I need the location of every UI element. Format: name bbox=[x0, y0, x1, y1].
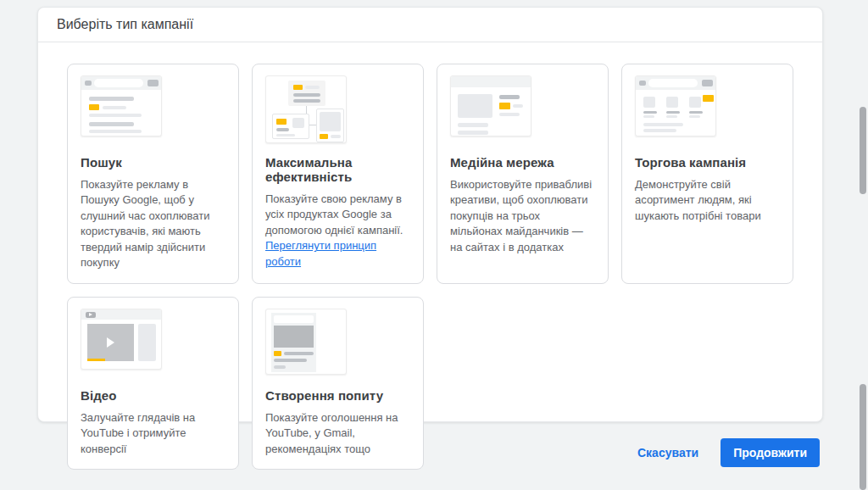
product-listings-mockup-icon bbox=[635, 75, 716, 136]
card-description-display: Використовуйте привабливі креативи, щоб … bbox=[450, 177, 595, 255]
video-player-mockup-icon bbox=[81, 309, 162, 370]
card-title-performance-max: Максимальна ефективність bbox=[265, 155, 410, 184]
card-title-video: Відео bbox=[81, 388, 225, 403]
connected-ads-flow-mockup-icon bbox=[265, 75, 347, 143]
dialog-footer: Скасувати Продовжити bbox=[637, 438, 820, 467]
campaign-card-video[interactable]: Відео Залучайте глядачів на YouTube і от… bbox=[67, 297, 239, 470]
campaign-card-search[interactable]: Пошук Показуйте рекламу в Пошуку Google,… bbox=[67, 64, 239, 284]
card-description-video: Залучайте глядачів на YouTube і отримуйт… bbox=[81, 410, 225, 457]
card-title-shopping: Торгова кампанія bbox=[635, 155, 780, 170]
feed-ad-mockup-icon bbox=[265, 309, 347, 375]
campaign-card-demand-gen[interactable]: Створення попиту Показуйте оголошення на… bbox=[252, 297, 424, 470]
how-it-works-link[interactable]: Переглянути принцип роботи bbox=[265, 239, 376, 267]
card-title-search: Пошук bbox=[81, 155, 225, 170]
campaign-card-performance-max[interactable]: Максимальна ефективність Показуйте свою … bbox=[252, 64, 424, 284]
dialog-title: Виберіть тип кампанії bbox=[38, 8, 822, 42]
campaign-type-dialog: Виберіть тип кампанії Пошук Пок bbox=[37, 7, 823, 422]
cancel-button[interactable]: Скасувати bbox=[637, 446, 698, 459]
play-icon bbox=[89, 313, 92, 316]
website-banner-ad-mockup-icon bbox=[450, 75, 531, 136]
search-results-mockup-icon bbox=[81, 75, 162, 136]
card-title-demand-gen: Створення попиту bbox=[265, 388, 410, 403]
card-title-display: Медійна мережа bbox=[450, 155, 595, 170]
campaign-card-display[interactable]: Медійна мережа Використовуйте привабливі… bbox=[437, 64, 609, 284]
card-description-demand-gen: Показуйте оголошення на YouTube, у Gmail… bbox=[265, 410, 410, 457]
campaign-cards-grid: Пошук Показуйте рекламу в Пошуку Google,… bbox=[38, 42, 822, 490]
card-description-shopping: Демонструйте свій асортимент людям, які … bbox=[635, 177, 780, 224]
play-icon bbox=[107, 337, 114, 348]
campaign-card-shopping[interactable]: Торгова кампанія Демонструйте свій асорт… bbox=[621, 64, 793, 284]
card-description-text: Показуйте свою рекламу в усіх продуктах … bbox=[265, 192, 403, 237]
scrollbar-thumb-upper[interactable] bbox=[860, 107, 866, 194]
card-description-search: Показуйте рекламу в Пошуку Google, щоб у… bbox=[81, 177, 225, 271]
continue-button[interactable]: Продовжити bbox=[721, 438, 820, 467]
card-description-performance-max: Показуйте свою рекламу в усіх продуктах … bbox=[265, 192, 410, 270]
scrollbar-thumb-lower[interactable] bbox=[860, 384, 866, 490]
